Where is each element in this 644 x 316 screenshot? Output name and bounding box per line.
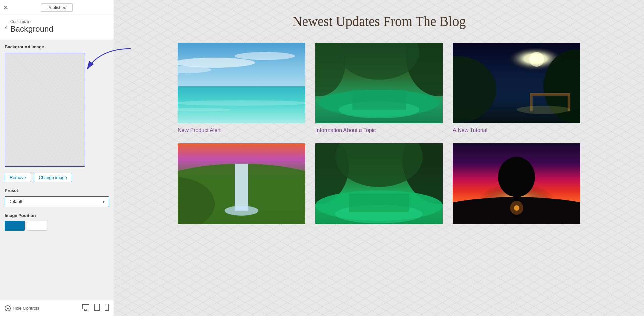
top-bar: ✕ Published xyxy=(0,0,114,15)
back-button[interactable]: ‹ xyxy=(5,24,7,30)
close-button[interactable]: ✕ xyxy=(3,5,8,11)
blog-card-5 xyxy=(315,143,443,228)
tablet-icon[interactable] xyxy=(94,304,100,313)
blog-title: Newest Updates From The Blog xyxy=(134,13,624,29)
change-image-button[interactable]: Change image xyxy=(34,173,72,182)
preset-select-wrap: Default No Repeat Tile Tile Horizontally… xyxy=(5,196,109,207)
bg-image-label: Background Image xyxy=(5,44,109,49)
blog-card-4 xyxy=(178,143,305,228)
blog-preview: Newest Updates From The Blog xyxy=(114,0,644,316)
preset-select[interactable]: Default No Repeat Tile Tile Horizontally… xyxy=(5,196,109,207)
remove-button[interactable]: Remove xyxy=(5,173,31,182)
position-grid xyxy=(5,221,109,231)
svg-rect-44 xyxy=(349,194,409,212)
panel-header: ‹ Customizing Background xyxy=(0,15,114,39)
blog-card-6 xyxy=(453,143,580,228)
blog-card-5-image[interactable] xyxy=(315,143,443,224)
position-option-right[interactable] xyxy=(27,221,47,231)
blog-card-6-image[interactable] xyxy=(453,143,580,224)
svg-rect-29 xyxy=(530,93,570,96)
customizing-label: Customizing xyxy=(10,19,53,24)
desktop-icon[interactable] xyxy=(82,304,89,313)
panel-title-group: Customizing Background xyxy=(10,19,53,34)
blog-card-3-image[interactable] xyxy=(453,43,580,123)
svg-point-12 xyxy=(235,52,295,60)
mobile-icon[interactable] xyxy=(105,304,109,313)
svg-point-15 xyxy=(178,100,305,106)
blog-card-1-title[interactable]: New Product Alert xyxy=(178,127,305,133)
svg-point-49 xyxy=(498,157,535,197)
customizer-panel: ✕ Published ‹ Customizing Background Bac… xyxy=(0,0,114,316)
svg-point-6 xyxy=(97,310,97,310)
info-icon: ▶ xyxy=(5,305,11,311)
blog-card-2-title[interactable]: Information About a Topic xyxy=(315,127,443,133)
hide-controls-button[interactable]: ▶ Hide Controls xyxy=(5,305,39,311)
image-position-field: Image Position xyxy=(5,213,109,231)
panel-content: Background Image Remove Change image xyxy=(0,39,114,300)
preset-label: Preset xyxy=(5,188,109,193)
bg-image-field: Background Image xyxy=(5,44,109,167)
preset-field: Preset Default No Repeat Tile Tile Horiz… xyxy=(5,188,109,207)
image-position-label: Image Position xyxy=(5,213,109,218)
blog-card-4-image[interactable] xyxy=(178,143,305,224)
bottom-bar: ▶ Hide Controls xyxy=(0,300,114,316)
blog-card-3: A New Tutorial xyxy=(453,43,580,133)
blog-grid: New Product Alert In xyxy=(178,43,580,228)
svg-point-8 xyxy=(107,310,107,310)
svg-rect-1 xyxy=(82,304,89,309)
blog-card-2: Information About a Topic xyxy=(315,43,443,133)
published-button[interactable]: Published xyxy=(41,3,73,12)
device-icons xyxy=(82,304,109,313)
svg-point-32 xyxy=(517,106,570,114)
section-title: Background xyxy=(10,24,53,34)
svg-point-53 xyxy=(510,201,523,215)
image-action-buttons: Remove Change image xyxy=(5,173,109,182)
svg-rect-23 xyxy=(352,90,406,110)
svg-rect-36 xyxy=(235,164,248,211)
position-option-center[interactable] xyxy=(5,221,25,231)
blog-card-2-image[interactable] xyxy=(315,43,443,123)
blog-card-1: New Product Alert xyxy=(178,43,305,133)
hide-controls-label: Hide Controls xyxy=(13,306,39,311)
blog-card-3-title[interactable]: A New Tutorial xyxy=(453,127,580,133)
bg-image-box[interactable] xyxy=(5,53,85,167)
svg-point-37 xyxy=(225,206,258,216)
blog-card-1-image[interactable] xyxy=(178,43,305,123)
bg-preview xyxy=(5,53,85,166)
